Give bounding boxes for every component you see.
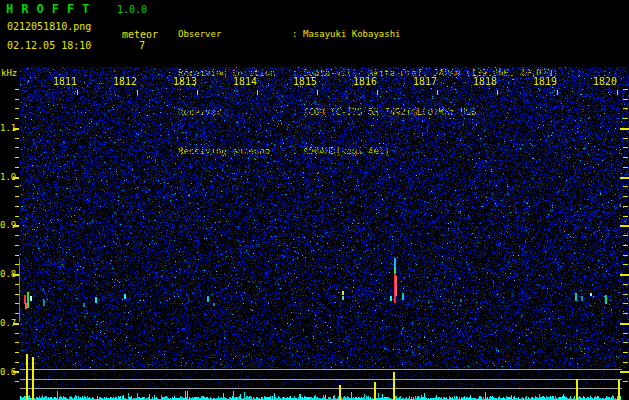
freq-tick-right — [623, 381, 628, 382]
freq-tick-right — [623, 235, 628, 236]
time-label-1813: 1813 — [173, 76, 197, 87]
time-label-1811: 1811 — [53, 76, 77, 87]
time-tick — [557, 90, 558, 95]
time-tick — [137, 90, 138, 95]
freq-tick-right — [620, 128, 629, 130]
freq-tick-left — [15, 333, 19, 334]
freq-tick-right — [623, 167, 628, 168]
time-label-1812: 1812 — [113, 76, 137, 87]
freq-tick-right — [620, 323, 629, 325]
time-label-1820: 1820 — [593, 76, 617, 87]
freq-label-1.1: 1.1 — [0, 123, 13, 133]
freq-tick-right — [623, 284, 628, 285]
freq-tick-left — [13, 177, 19, 179]
freq-tick-left — [15, 108, 19, 109]
freq-tick-right — [623, 362, 628, 363]
freq-tick-left — [15, 235, 19, 236]
freq-tick-right — [623, 294, 628, 295]
freq-tick-left — [15, 167, 19, 168]
freq-tick-left — [15, 186, 19, 187]
freq-tick-left — [15, 362, 19, 363]
freq-label-1.0: 1.0 — [0, 172, 13, 182]
freq-tick-right — [623, 138, 628, 139]
freq-tick-right — [623, 196, 628, 197]
freq-tick-left — [15, 196, 19, 197]
output-filename: 0212051810.png — [7, 21, 91, 32]
freq-tick-right — [623, 108, 628, 109]
freq-tick-left — [15, 147, 19, 148]
freq-tick-left — [13, 128, 19, 130]
freq-label-0.9: 0.9 — [0, 220, 13, 230]
freq-tick-left — [15, 89, 19, 90]
info-colon: : — [292, 28, 297, 41]
freq-tick-right — [623, 342, 628, 343]
time-label-1814: 1814 — [233, 76, 257, 87]
freq-tick-right — [623, 186, 628, 187]
freq-tick-left — [15, 245, 19, 246]
freq-tick-right — [623, 313, 628, 314]
freq-tick-right — [623, 157, 628, 158]
time-tick — [437, 90, 438, 95]
time-label-1818: 1818 — [473, 76, 497, 87]
freq-tick-right — [623, 333, 628, 334]
time-tick — [197, 90, 198, 95]
freq-tick-right — [623, 216, 628, 217]
app-version: 1.0.0 — [117, 4, 147, 15]
freq-tick-right — [620, 274, 629, 276]
meteor-count: 7 — [139, 40, 145, 51]
freq-tick-right — [620, 177, 629, 179]
freq-tick-left — [13, 371, 19, 373]
freq-tick-right — [620, 225, 629, 227]
freq-label-0.6: 0.6 — [0, 367, 13, 377]
freq-tick-right — [623, 206, 628, 207]
freq-tick-left — [15, 352, 19, 353]
freq-tick-left — [15, 255, 19, 256]
freq-tick-left — [15, 381, 19, 382]
freq-tick-left — [15, 216, 19, 217]
freq-tick-left — [15, 99, 19, 100]
freq-axis-unit: kHz — [1, 68, 17, 78]
freq-tick-right — [623, 89, 628, 90]
freq-tick-right — [623, 118, 628, 119]
info-label: Observer — [178, 28, 221, 41]
freq-tick-right — [623, 245, 628, 246]
time-tick — [317, 90, 318, 95]
time-tick — [377, 90, 378, 95]
time-label-1816: 1816 — [353, 76, 377, 87]
time-tick — [497, 90, 498, 95]
freq-tick-left — [15, 206, 19, 207]
mode-label: meteor — [122, 29, 158, 40]
freq-tick-right — [623, 264, 628, 265]
freq-label-0.8: 0.8 — [0, 269, 13, 279]
time-tick — [77, 90, 78, 95]
freq-tick-right — [623, 303, 628, 304]
freq-tick-left — [15, 118, 19, 119]
freq-tick-left — [15, 342, 19, 343]
freq-tick-right — [623, 147, 628, 148]
time-label-1815: 1815 — [293, 76, 317, 87]
info-row-observer: Observer:Masayuki Kobayashi — [178, 28, 628, 41]
spectrogram-canvas — [20, 65, 629, 400]
time-tick — [617, 90, 618, 95]
time-label-1817: 1817 — [413, 76, 437, 87]
freq-label-0.7: 0.7 — [0, 318, 13, 328]
time-label-1819: 1819 — [533, 76, 557, 87]
freq-tick-right — [623, 352, 628, 353]
record-datetime: 02.12.05 18:10 — [7, 40, 91, 51]
freq-tick-left — [13, 225, 19, 227]
hrofft-window: HROFFT 1.0.0 0212051810.png meteor 02.12… — [0, 0, 629, 400]
freq-tick-left — [15, 138, 19, 139]
info-value: Masayuki Kobayashi — [303, 28, 401, 41]
freq-tick-right — [623, 255, 628, 256]
freq-tick-left — [15, 157, 19, 158]
time-tick — [257, 90, 258, 95]
freq-tick-right — [620, 371, 629, 373]
echo-duration-bar — [19, 258, 20, 322]
freq-tick-left — [13, 323, 19, 325]
freq-tick-right — [623, 99, 628, 100]
app-title: HROFFT — [6, 2, 97, 16]
